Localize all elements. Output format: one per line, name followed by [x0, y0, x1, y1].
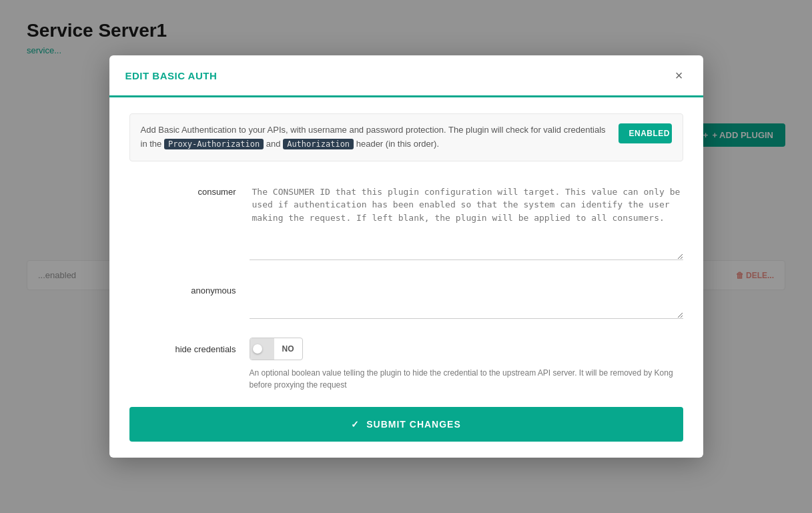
toggle-track[interactable]: [250, 338, 274, 360]
hide-credentials-control: NO An optional boolean value telling the…: [250, 338, 683, 391]
consumer-field-row: consumer: [129, 180, 683, 263]
consumer-input[interactable]: [250, 180, 683, 260]
info-bar: Add Basic Authentication to your APIs, w…: [129, 113, 683, 161]
auth-tag: Authorization: [283, 139, 354, 149]
edit-basic-auth-modal: EDIT BASIC AUTH × Add Basic Authenticati…: [109, 55, 703, 458]
checkmark-icon: ✓: [351, 419, 360, 430]
modal-body: Add Basic Authentication to your APIs, w…: [109, 97, 703, 458]
modal-header: EDIT BASIC AUTH ×: [109, 55, 703, 97]
enabled-toggle-button[interactable]: ENABLED: [619, 123, 672, 143]
toggle-knob: [253, 344, 262, 354]
modal-close-button[interactable]: ×: [671, 67, 687, 83]
modal-overlay: EDIT BASIC AUTH × Add Basic Authenticati…: [0, 0, 812, 513]
submit-label: SUBMIT CHANGES: [366, 419, 461, 430]
anonymous-field-row: anonymous: [129, 279, 683, 322]
consumer-label: consumer: [129, 180, 236, 197]
hide-credentials-hint: An optional boolean value telling the pl…: [250, 367, 683, 391]
submit-changes-button[interactable]: ✓ SUBMIT CHANGES: [129, 407, 683, 442]
toggle-label: NO: [274, 340, 302, 358]
modal-title: EDIT BASIC AUTH: [125, 70, 218, 81]
hide-credentials-field-row: hide credentials NO An optional boolean …: [129, 338, 683, 391]
toggle-wrapper[interactable]: NO: [250, 338, 303, 360]
info-text: Add Basic Authentication to your APIs, w…: [141, 123, 608, 151]
hide-credentials-label: hide credentials: [129, 338, 236, 354]
proxy-auth-tag: Proxy-Authorization: [164, 139, 264, 149]
anonymous-field-control: [250, 279, 683, 322]
anonymous-input[interactable]: [250, 279, 683, 319]
anonymous-label: anonymous: [129, 279, 236, 296]
consumer-field-control: [250, 180, 683, 263]
